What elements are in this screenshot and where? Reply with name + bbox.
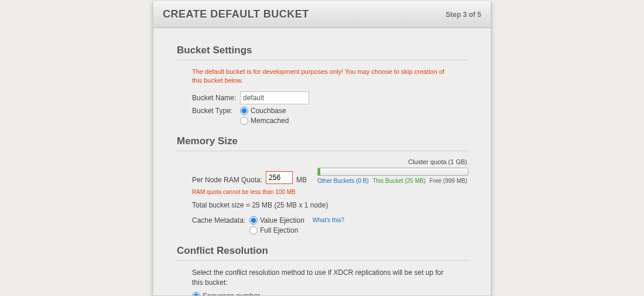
legend-other-buckets: Other Buckets (0 B): [317, 178, 369, 184]
radio-icon: [192, 292, 200, 296]
section-memory-title: Memory Size: [177, 135, 467, 151]
ram-usage-legend: Other Buckets (0 B) This Bucket (25 MB) …: [317, 178, 467, 184]
conflict-option-label: Sequence number: [203, 292, 260, 296]
ram-quota-error: RAM quota cannot be less than 100 MB: [192, 189, 467, 195]
dialog-body: Bucket Settings The default bucket is fo…: [153, 28, 491, 296]
bucket-name-label: Bucket Name:: [192, 94, 240, 102]
conflict-description: Select the conflict resolution method to…: [192, 268, 450, 288]
per-node-ram-label: Per Node RAM Quota:: [192, 176, 262, 184]
whats-this-link[interactable]: What's this?: [313, 217, 344, 223]
cache-option-label: Full Ejection: [260, 226, 298, 234]
radio-icon: [249, 216, 258, 224]
legend-this-bucket: This Bucket (25 MB): [372, 178, 426, 184]
cache-option-label: Value Ejection: [260, 216, 304, 224]
bucket-type-label: Bucket Type:: [192, 107, 240, 115]
section-bucket-settings-title: Bucket Settings: [177, 45, 467, 60]
cache-value-ejection[interactable]: Value Ejection What's this?: [249, 216, 344, 224]
step-indicator: Step 3 of 5: [446, 11, 481, 19]
bucket-name-input[interactable]: [240, 91, 309, 104]
cache-full-ejection[interactable]: Full Ejection: [249, 226, 344, 234]
dialog-header: CREATE DEFAULT BUCKET Step 3 of 5: [153, 1, 491, 28]
ram-usage-this-segment: [318, 168, 320, 175]
legend-free: Free (999 MB): [430, 178, 467, 184]
radio-icon: [240, 107, 248, 115]
bucket-type-couchbase[interactable]: Couchbase: [240, 107, 289, 115]
total-bucket-size: Total bucket size = 25 MB (25 MB x 1 nod…: [192, 201, 467, 209]
bucket-settings-warning: The default bucket is for development pu…: [192, 67, 450, 86]
ram-unit: MB: [296, 176, 307, 184]
per-node-ram-input[interactable]: [266, 171, 293, 184]
conflict-sequence-number[interactable]: Sequence number: [192, 292, 467, 296]
ram-usage-bar: [317, 168, 468, 176]
radio-icon: [249, 226, 258, 234]
radio-icon: [240, 117, 248, 125]
create-bucket-dialog: CREATE DEFAULT BUCKET Step 3 of 5 Bucket…: [153, 1, 491, 296]
cluster-quota-label: Cluster quota (1 GB): [317, 158, 467, 165]
dialog-title: CREATE DEFAULT BUCKET: [163, 8, 309, 21]
cache-metadata-label: Cache Metadata:: [192, 216, 246, 224]
bucket-type-option-label: Couchbase: [251, 107, 286, 115]
bucket-type-option-label: Memcached: [251, 117, 289, 125]
section-conflict-title: Conflict Resolution: [177, 245, 467, 261]
bucket-type-memcached[interactable]: Memcached: [240, 117, 289, 125]
